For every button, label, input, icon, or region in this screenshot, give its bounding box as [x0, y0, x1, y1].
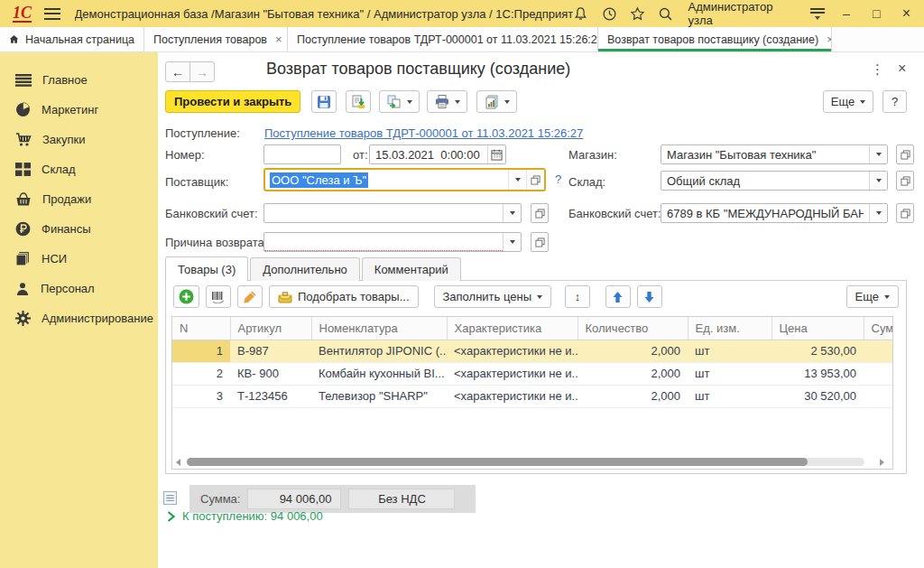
tab-close-icon[interactable]: ×	[827, 33, 832, 46]
store-label: Магазин:	[568, 148, 617, 162]
form-menu-dots-icon[interactable]: ⋮	[871, 61, 884, 78]
arrow-up-icon	[612, 291, 624, 303]
service-menu-icon[interactable]	[810, 8, 825, 20]
bank-account-right-open-button[interactable]	[896, 203, 914, 223]
rows-expand-button[interactable]: ↕	[565, 285, 590, 308]
window-close-button[interactable]: ×	[898, 5, 915, 22]
return-reason-open-button[interactable]	[531, 232, 549, 252]
table-row[interactable]: 3 Т-123456 Телевизор "SHARP" <характерис…	[172, 385, 892, 407]
calendar-button[interactable]	[487, 145, 505, 163]
store-dropdown-button[interactable]	[869, 145, 887, 163]
sidebar-item-administration[interactable]: Администрирование	[0, 303, 158, 333]
barcode-icon	[211, 290, 226, 303]
sidebar-item-purchases[interactable]: Закупки	[0, 125, 158, 154]
table-row[interactable]: 1 В-987 Вентилятор JIPONIC (... <характе…	[172, 340, 892, 362]
tab-additional[interactable]: Дополнительно	[250, 257, 360, 281]
supplier-open-button[interactable]	[526, 170, 544, 190]
history-icon[interactable]	[602, 5, 617, 22]
sidebar-item-marketing[interactable]: Маркетинг	[0, 95, 158, 125]
form-close-icon[interactable]: ×	[898, 61, 906, 77]
search-icon[interactable]	[658, 5, 673, 22]
add-row-button[interactable]	[173, 285, 199, 308]
chevron-right-icon	[167, 511, 175, 522]
sidebar-item-nsi[interactable]: НСИ	[0, 244, 158, 274]
tab-close-icon[interactable]: ×	[275, 33, 282, 46]
totals-toggle-icon[interactable]	[163, 491, 177, 507]
bank-account-right-dropdown-button[interactable]	[869, 204, 887, 222]
supplier-dropdown-button[interactable]	[508, 170, 526, 190]
tab-items[interactable]: Товары (3)	[165, 256, 248, 281]
minimize-button[interactable]: –	[837, 6, 855, 21]
bank-account-label: Банковский счет:	[165, 207, 258, 220]
create-based-on-button[interactable]	[379, 90, 420, 113]
save-button[interactable]	[311, 90, 337, 113]
more-label: Еще	[855, 290, 879, 303]
warehouse-open-button[interactable]	[896, 171, 914, 191]
scroll-right-icon[interactable]	[880, 459, 884, 466]
favorites-star-icon[interactable]	[630, 5, 645, 22]
main-menu-icon[interactable]	[44, 8, 60, 20]
post-button[interactable]	[346, 90, 371, 113]
maximize-button[interactable]: □	[868, 6, 885, 21]
sidebar-item-label: НСИ	[42, 252, 67, 265]
bank-account-dropdown-button[interactable]	[503, 204, 521, 222]
sidebar-item-personnel[interactable]: Персонал	[0, 274, 158, 303]
supplier-label: Поставщик:	[165, 175, 228, 189]
table-row[interactable]: 2 КВ- 900 Комбайн кухонный BI... <характ…	[172, 362, 892, 385]
post-document-icon	[351, 95, 365, 109]
tab-goods-receipts-list[interactable]: Поступления товаров ×	[144, 27, 288, 51]
fill-prices-button[interactable]: Заполнить цены	[434, 285, 551, 308]
date-input[interactable]	[370, 145, 487, 163]
bank-account-input[interactable]	[264, 204, 503, 222]
sales-basket-icon	[15, 192, 32, 207]
arrow-down-icon	[643, 291, 655, 303]
back-button[interactable]: ←	[165, 61, 190, 82]
tab-return-to-supplier[interactable]: Возврат товаров поставщику (создание) ×	[598, 27, 832, 51]
tab-comment[interactable]: Комментарий	[362, 257, 461, 281]
pick-items-button[interactable]: Подобрать товары...	[269, 285, 419, 308]
sidebar-item-label: Администрирование	[42, 312, 153, 325]
form-more-button[interactable]: Еще	[823, 90, 873, 113]
return-reason-input[interactable]	[264, 233, 503, 251]
supplier-help-link[interactable]: ?	[555, 172, 561, 186]
col-nomenclature: Номенклатура	[311, 317, 447, 340]
warehouse-dropdown-button[interactable]	[869, 172, 887, 190]
pick-items-label: Подобрать товары...	[298, 290, 410, 303]
print-button[interactable]	[427, 90, 467, 113]
purchases-cart-icon	[15, 133, 32, 147]
horizontal-scrollbar[interactable]	[173, 455, 892, 468]
bank-account-open-button[interactable]	[531, 203, 549, 223]
scroll-left-icon[interactable]	[176, 459, 180, 466]
number-input[interactable]	[264, 145, 340, 163]
col-article: Артикул	[230, 317, 311, 340]
scrollbar-thumb[interactable]	[187, 458, 808, 466]
tab-goods-receipt-document[interactable]: Поступление товаров ТДРТ-000001 от 11.03…	[288, 27, 598, 51]
to-receipt-link[interactable]: К поступлению: 94 006,00	[167, 509, 323, 523]
move-down-button[interactable]	[637, 285, 662, 308]
sidebar-item-sales[interactable]: Продажи	[0, 184, 158, 214]
move-up-button[interactable]	[605, 285, 631, 308]
supplier-field[interactable]: ООО "Слеза и Ъ"	[263, 168, 546, 191]
bank-account-right-input[interactable]	[661, 204, 869, 222]
barcode-scan-button[interactable]	[206, 285, 231, 308]
current-user: Администратор узла	[688, 0, 797, 27]
store-input[interactable]	[661, 145, 869, 163]
sidebar-item-finance[interactable]: Финансы	[0, 214, 158, 244]
return-reason-dropdown-button[interactable]	[503, 233, 521, 251]
sidebar-item-warehouse[interactable]: Склад	[0, 154, 158, 184]
tab-home[interactable]: Начальная страница	[0, 27, 144, 51]
forward-button[interactable]: →	[189, 61, 215, 82]
sidebar-item-main[interactable]: Главное	[0, 65, 158, 95]
store-open-button[interactable]	[896, 144, 914, 164]
totals-amount: 94 006,00	[247, 489, 341, 509]
document-form: ←→ Возврат товаров поставщику (создание)…	[158, 52, 924, 568]
edit-row-button[interactable]	[237, 285, 263, 308]
receipt-link[interactable]: Поступление товаров ТДРТ-000001 от 11.03…	[264, 126, 583, 140]
post-and-close-button[interactable]: Провести и закрыть	[165, 90, 300, 113]
items-more-button[interactable]: Еще	[846, 285, 899, 308]
help-button[interactable]: ?	[882, 90, 907, 113]
reports-button[interactable]	[476, 90, 517, 113]
notifications-bell-icon[interactable]	[573, 5, 588, 22]
marketing-pie-icon	[15, 102, 31, 117]
warehouse-input[interactable]	[661, 172, 869, 190]
